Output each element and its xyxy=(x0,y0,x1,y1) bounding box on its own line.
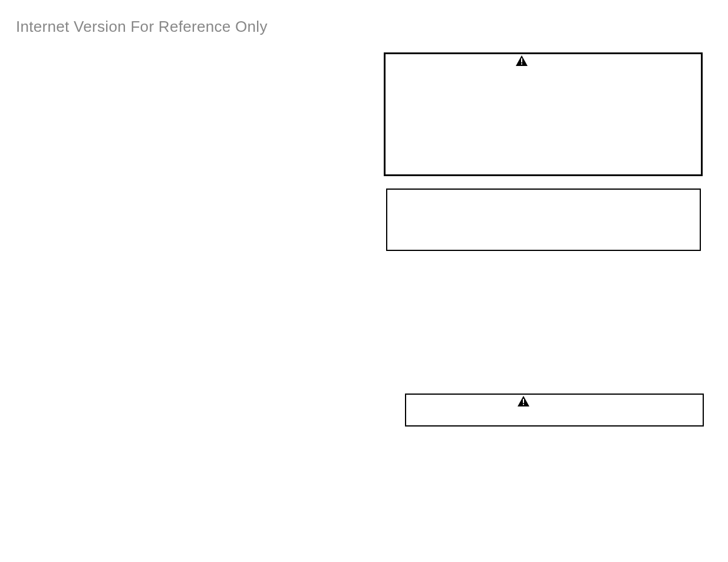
svg-rect-5 xyxy=(523,404,524,405)
svg-rect-2 xyxy=(521,64,522,65)
callout-box-3 xyxy=(405,394,704,427)
document-page: Internet Version For Reference Only xyxy=(0,0,728,562)
watermark-text: Internet Version For Reference Only xyxy=(16,18,268,36)
callout-box-1 xyxy=(384,52,703,176)
warning-icon xyxy=(516,55,528,66)
callout-box-2 xyxy=(386,189,701,251)
svg-rect-1 xyxy=(521,58,522,62)
warning-icon xyxy=(518,396,529,406)
svg-rect-4 xyxy=(523,399,524,403)
